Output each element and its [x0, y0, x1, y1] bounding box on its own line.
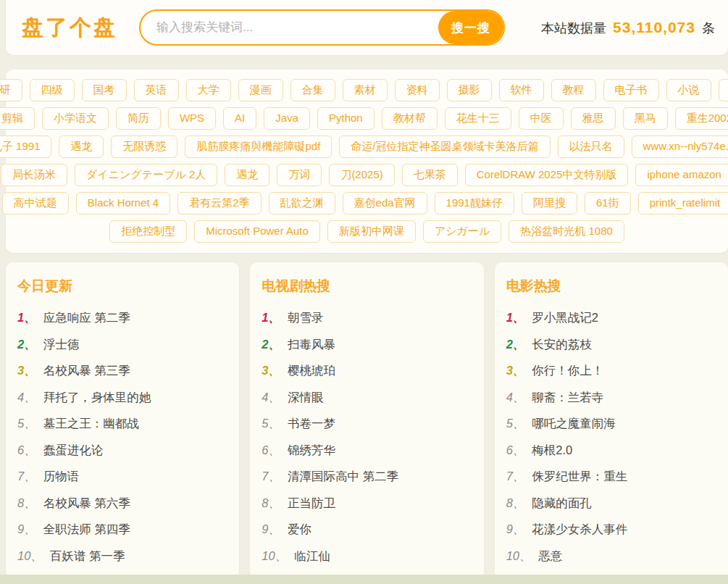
list-title: 电视剧热搜 — [262, 277, 470, 296]
keyword-tag[interactable]: 考研 — [0, 79, 22, 101]
keyword-tag[interactable]: Java — [264, 107, 310, 130]
keyword-tag[interactable]: 高中试题 — [2, 192, 69, 214]
list-item[interactable]: 4、拜托了，身体里的她 — [17, 390, 226, 405]
keyword-tag[interactable]: 教程 — [551, 79, 596, 101]
list-item[interactable]: 9、花漾少女杀人事件 — [506, 522, 715, 537]
list-item[interactable]: 3、名校风暴 第三季 — [17, 363, 226, 378]
keyword-tag[interactable]: iphone amazon — [635, 164, 728, 186]
keyword-tag[interactable]: 热浴盆时光机 1080 — [509, 220, 624, 243]
list-title: 今日更新 — [17, 277, 226, 296]
keyword-tag[interactable]: 七果茶 — [402, 164, 458, 186]
keyword-tag[interactable]: 重生2002 — [675, 107, 728, 130]
rank-number: 2、 — [262, 337, 280, 352]
keyword-tag[interactable]: 雅思 — [571, 107, 616, 130]
keyword-tag[interactable]: WPS — [168, 107, 216, 130]
list-item[interactable]: 6、蠢蛋进化论 — [17, 443, 226, 458]
keyword-tag[interactable]: 四级 — [30, 79, 75, 101]
keyword-tag[interactable]: 花生十三 — [445, 107, 511, 130]
keyword-tag[interactable]: 无限诱惑 — [111, 135, 177, 158]
keyword-tag[interactable]: 剪辑 — [0, 107, 35, 130]
keyword-tag[interactable]: 小说 — [666, 79, 711, 101]
list-item[interactable]: 10、临江仙 — [262, 548, 470, 564]
keyword-tag[interactable]: 拒绝控制型 — [109, 220, 187, 243]
list-item[interactable]: 4、深情眼 — [262, 390, 470, 405]
item-title: 书卷一梦 — [288, 416, 335, 431]
list-item[interactable]: 1、朝雪录 — [262, 310, 470, 325]
tag-row: 局长汤米ダイニングテーブル 2人遇龙万词刀(2025)七果茶CorelDRAW … — [16, 164, 718, 186]
list-item[interactable]: 8、隐藏的面孔 — [506, 496, 715, 511]
list-item[interactable]: 5、墓王之王：幽都战 — [17, 416, 226, 431]
list-item[interactable]: 6、锦绣芳华 — [262, 443, 470, 458]
list-item[interactable]: 8、正当防卫 — [262, 496, 470, 511]
list-item[interactable]: 1、应急响应 第二季 — [17, 310, 226, 325]
rank-number: 3、 — [17, 363, 36, 378]
keyword-tag[interactable]: 摄影 — [447, 79, 492, 101]
keyword-tag[interactable]: 阿里搜 — [522, 192, 577, 214]
list-item[interactable]: 9、全职法师 第四季 — [17, 522, 226, 537]
list-item[interactable]: 10、恶意 — [506, 548, 715, 564]
keyword-tag[interactable]: printk_ratelimit — [638, 192, 728, 214]
keyword-tag[interactable]: アシガール — [423, 220, 501, 243]
keyword-tag[interactable]: 遇龙 — [225, 164, 269, 186]
keyword-tag[interactable]: 乱欲之渊 — [269, 192, 335, 214]
search-input[interactable] — [141, 11, 438, 44]
list-item[interactable]: 6、梅根2.0 — [506, 443, 715, 458]
keyword-tag[interactable]: 国考 — [82, 79, 127, 101]
keyword-tag[interactable]: www.xn--nly574e.biz — [632, 135, 728, 158]
keyword-tag[interactable]: ダイニングテーブル 2人 — [75, 164, 217, 186]
keyword-tag[interactable]: 黑马 — [623, 107, 668, 130]
keyword-tag[interactable]: 简历 — [116, 107, 161, 130]
keyword-tag[interactable]: 漫画 — [238, 79, 283, 101]
keyword-tag[interactable]: 新版初中网课 — [327, 220, 416, 243]
keyword-tag[interactable]: 局长汤米 — [1, 164, 67, 186]
keyword-tag[interactable]: 肌筋膜疼痛與機能障礙pdf — [185, 135, 332, 158]
keyword-tag[interactable]: 教材帮 — [382, 107, 438, 130]
keyword-tag[interactable]: 大学 — [186, 79, 231, 101]
keyword-tag[interactable]: AI — [223, 107, 256, 130]
keyword-tag[interactable]: CorelDRAW 2025中文特别版 — [465, 164, 629, 186]
keyword-tag[interactable]: Microsoft Power Auto — [194, 220, 320, 243]
keyword-tag[interactable]: 遇龙 — [59, 135, 104, 158]
keyword-tag[interactable]: 合集 — [290, 79, 335, 101]
keyword-tag[interactable]: 资料 — [395, 79, 440, 101]
list-item[interactable]: 5、哪吒之魔童闹海 — [506, 416, 715, 431]
keyword-tag[interactable]: 刀(2025) — [329, 164, 394, 186]
stats-prefix: 本站数据量 — [541, 21, 606, 36]
list-item[interactable]: 5、书卷一梦 — [262, 416, 470, 431]
list-item[interactable]: 7、历物语 — [17, 469, 226, 484]
keyword-tag[interactable]: ppt — [719, 79, 728, 101]
list-item[interactable]: 10、百妖谱 第一季 — [17, 548, 226, 564]
list-item[interactable]: 4、聊斋：兰若寺 — [506, 390, 715, 405]
list-item[interactable]: 3、你行！你上！ — [506, 363, 715, 378]
keyword-tag[interactable]: 1991靓妹仔 — [435, 192, 514, 214]
list-item[interactable]: 7、侏罗纪世界：重生 — [506, 469, 715, 484]
keyword-tag[interactable]: 软件 — [499, 79, 544, 101]
list-item[interactable]: 8、名校风暴 第六季 — [17, 496, 226, 511]
list-item[interactable]: 1、罗小黑战记2 — [506, 310, 715, 325]
keyword-tag[interactable]: 中医 — [519, 107, 564, 130]
keyword-tag[interactable]: 君有云第2季 — [177, 192, 261, 214]
list-item[interactable]: 7、清潭国际高中 第二季 — [262, 469, 470, 484]
list-item[interactable]: 2、长安的荔枝 — [506, 337, 715, 352]
keyword-tag[interactable]: 万词 — [277, 164, 322, 186]
stats-suffix: 条 — [702, 21, 715, 36]
keyword-tag[interactable]: 61街 — [585, 192, 631, 214]
keyword-tag[interactable]: 小学语文 — [42, 107, 109, 130]
keyword-tag[interactable]: 嘉创eda官网 — [343, 192, 427, 214]
item-title: 你行！你上！ — [532, 363, 603, 378]
keyword-tag[interactable]: 电子书 — [603, 79, 659, 101]
list-item[interactable]: 2、浮士德 — [17, 337, 226, 352]
keyword-tag[interactable]: 以法只名 — [558, 135, 624, 158]
list-item[interactable]: 3、樱桃琥珀 — [262, 363, 470, 378]
list-item[interactable]: 9、爱你 — [262, 522, 470, 537]
keyword-tag[interactable]: 孔子 1991 — [0, 135, 51, 158]
keyword-tag[interactable]: Black Hornet 4 — [76, 192, 170, 214]
keyword-tag[interactable]: 英语 — [134, 79, 179, 101]
search-button[interactable]: 搜一搜 — [438, 11, 503, 44]
keyword-tag[interactable]: 命运/冠位指定神圣圆桌领域卡美洛后篇 — [339, 135, 550, 158]
rank-number: 10、 — [506, 548, 532, 564]
site-logo[interactable]: 盘了个盘 — [22, 13, 117, 43]
list-item[interactable]: 2、扫毒风暴 — [262, 337, 470, 352]
keyword-tag[interactable]: 素材 — [343, 79, 388, 101]
keyword-tag[interactable]: Python — [317, 107, 375, 130]
